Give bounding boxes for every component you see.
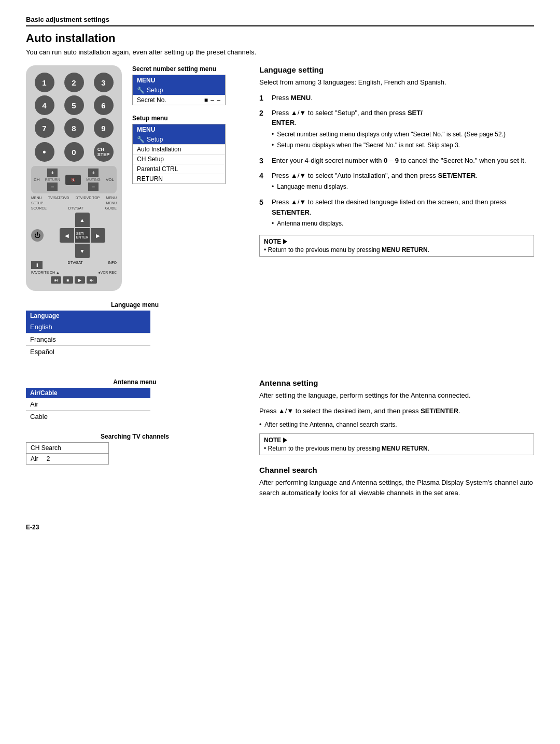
channel-search-desc: After performing language and Antenna se… [259,478,534,498]
btn-6[interactable]: 6 [94,95,114,115]
setup-menu-label: Setup menu [132,115,244,122]
section-header-text: Basic adjustment settings [26,16,109,23]
step-5-content: Press ▲/▼ to select the desired language… [272,197,534,230]
menus-column: Secret number setting menu MENU 🔧 Setup … [132,65,244,291]
remote-control: 1 2 3 4 5 6 7 8 9 • 0 CHSTEP [26,65,122,291]
vol-label: VOL [106,177,114,182]
transport-controls: ⏮ ■ ▶ ⏭ [31,276,117,284]
btn-7[interactable]: 7 [35,118,54,138]
set-enter-btn[interactable]: SET/ENTER [75,228,90,243]
section-header: Basic adjustment settings [26,16,534,26]
pause-info-row: ⏸ DTV/SAT INFO [31,261,117,269]
step-3-num: 3 [259,156,268,166]
vol-controls: + MUTING – [86,169,101,191]
language-item-francais: Français [26,333,150,346]
ch-search-content: Air 2 [26,454,108,464]
btn-dot[interactable]: • [35,142,54,162]
language-menu-section: Language menu Language English Français … [26,301,244,358]
remote-wrapper: 1 2 3 4 5 6 7 8 9 • 0 CHSTEP [26,65,244,291]
btn-9[interactable]: 9 [94,118,114,138]
stop-btn[interactable]: ■ [63,276,73,284]
source-guide-row: SOURCE DTV/SAT GUIDE [31,206,117,210]
btn-5[interactable]: 5 [64,95,84,115]
return-btn[interactable]: RETURN [45,178,60,181]
page-number: E-23 [26,524,39,531]
btn-1[interactable]: 1 [35,73,54,92]
dtv-sat-2-label: DTV/SAT [68,261,83,269]
btn-0[interactable]: 0 [64,142,84,162]
setup-menu-box: MENU 🔧 Setup Auto Installation CH Setup [132,124,226,184]
ch-search-header: CH Search [26,443,108,454]
ch-minus[interactable]: – [47,183,58,191]
antenna-setting-title: Antenna setting [259,378,534,387]
dpad-up[interactable]: ▲ [75,213,90,227]
vol-plus[interactable]: + [88,169,99,177]
ff-btn[interactable]: ⏭ [87,276,97,284]
menu2-label: MENU [106,196,117,200]
antenna-setting-desc: After setting the language, perform sett… [259,390,534,401]
step-5-bullet-1: Antenna menu displays. [272,219,534,228]
step-1: 1 Press MENU. [259,93,534,104]
ch-search-air-value: 2 [47,455,50,462]
setup-label: SETUP [31,201,43,205]
power-btn[interactable]: ⏻ [31,229,44,242]
dpad-empty-bl [60,244,74,258]
dpad-left[interactable]: ◀ [60,228,74,243]
ch-search-air-label: Air [31,455,38,462]
antenna-menu-section: Antenna menu Air/Cable Air Cable [26,378,244,423]
setup-menu-header: MENU [133,124,225,135]
rewind-btn[interactable]: ⏮ [51,276,61,284]
antenna-note-box: NOTE • Return to the previous menu by pr… [259,433,534,455]
ch-controls: + RETURN – [45,169,60,191]
secret-menu-section: Secret number setting menu MENU 🔧 Setup … [132,65,244,105]
vol-minus[interactable]: – [88,183,99,191]
menu3-label: MENU [106,201,117,205]
language-setting-title: Language setting [259,65,534,74]
antenna-menu-box: Air/Cable Air Cable [26,388,150,423]
channel-search-title: Channel search [259,466,534,474]
vcr-rec-label: ●VCR REC [98,271,117,274]
dpad-down[interactable]: ▼ [75,244,90,258]
favorite-ch-row: FAVORITE CH ▲ ●VCR REC [31,271,117,274]
guide-label: GUIDE [105,206,117,210]
favorite-ch-label: FAVORITE CH ▲ [31,271,60,274]
setup-menu-item-1: Auto Installation [133,145,225,155]
steps-list: 1 Press MENU. 2 Press ▲/▼ to select "Set… [259,93,534,230]
info-label: INFO [108,261,117,269]
mute-btn[interactable]: 🔇 [65,175,81,185]
ch-vol-section: CH + RETURN – 🔇 + MUTING – [31,166,117,193]
play-btn[interactable]: ▶ [75,276,85,284]
setup-menu-section: Setup menu MENU 🔧 Setup Auto Installatio… [132,115,244,184]
btn-4[interactable]: 4 [35,95,54,115]
step-2-content: Press ▲/▼ to select "Setup", and then pr… [272,108,534,151]
btn-ch-step[interactable]: CHSTEP [94,142,114,162]
note-triangle [283,239,287,244]
language-item-english: English [26,321,150,333]
btn-3[interactable]: 3 [94,73,114,92]
step-4: 4 Press ▲/▼ to select "Auto Installation… [259,171,534,193]
pause-btn[interactable]: ⏸ [31,261,43,269]
secret-menu-box: MENU 🔧 Setup Secret No. ■ – – [132,75,226,105]
step-5-num: 5 [259,197,268,230]
func-row: MENU TV/SAT/DVD DTV/DVD TOP MENU [31,196,117,200]
dtv-sat-label: DTV/SAT [68,206,83,210]
dpad-right[interactable]: ▶ [91,228,105,243]
dtv-dvd-top-label: DTV/DVD TOP [75,196,100,200]
menu-label: MENU [31,196,42,200]
step-2-bullet-2: Setup menu displays when the "Secret No.… [272,141,534,150]
searching-tv-section: Searching TV channels CH Search Air 2 [26,433,244,465]
antenna-setting-section: Antenna setting After setting the langua… [259,378,534,455]
ch-label: CH [34,177,40,182]
antenna-note-text: • Return to the previous menu by pressin… [264,445,529,452]
btn-8[interactable]: 8 [64,118,84,138]
step-3-content: Enter your 4-digit secret number with 0 … [272,156,534,166]
tv-sat-dvd-label: TV/SAT/DVD [48,196,69,200]
antenna-setting-bullet: After setting the Antenna, channel searc… [259,421,534,428]
searching-tv-label: Searching TV channels [26,433,244,440]
dpad-empty-tl [60,213,74,227]
btn-2[interactable]: 2 [64,73,84,92]
ch-plus[interactable]: + [47,169,58,177]
language-menu-header: Language [26,311,150,321]
antenna-item-cable: Cable [26,411,150,423]
dpad: ▲ ◀ SET/ENTER ▶ ▼ [60,213,105,258]
